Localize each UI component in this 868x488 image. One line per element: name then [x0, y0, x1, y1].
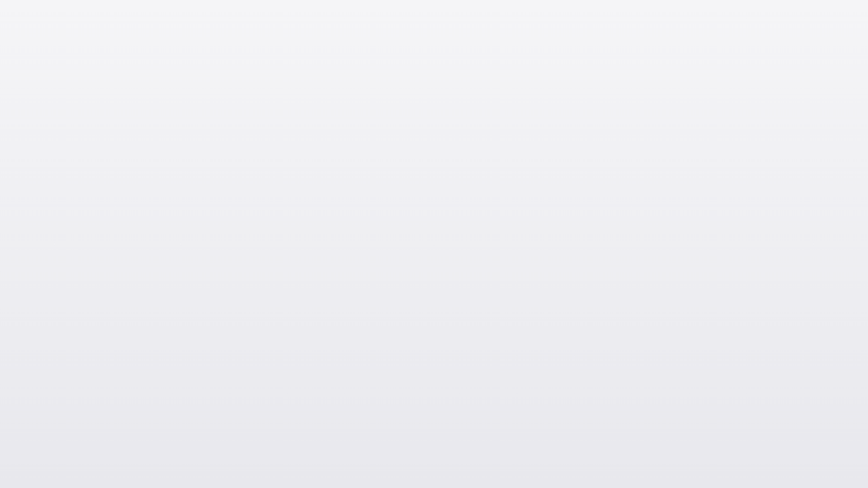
phones-container: 9:41 ●●●● ▲ 🔋 💬 Messages Luis suggested … — [27, 29, 841, 459]
